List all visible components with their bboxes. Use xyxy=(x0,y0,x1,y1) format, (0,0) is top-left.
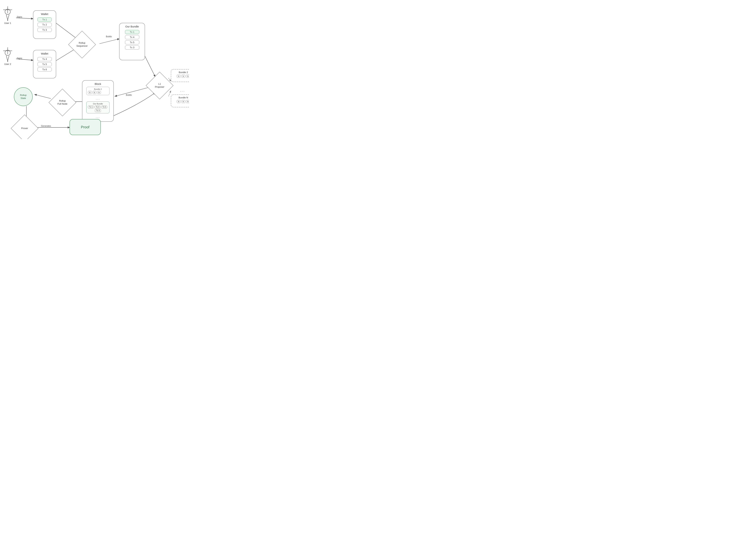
user2-arms xyxy=(3,51,12,51)
bundle2-side-txrow: tx tx tx xyxy=(177,75,189,78)
diagram: User 1 User 2 Signs Signs Wallet Tx 1 Tx… xyxy=(0,0,189,139)
user1-legs xyxy=(6,14,9,21)
builds-top-label: Builds xyxy=(106,35,112,38)
svg-line-4 xyxy=(100,39,119,44)
block-dots2: ... xyxy=(96,115,100,119)
block-bundle2-tx1: tx xyxy=(88,91,92,94)
bundleN-side-tx3: tx xyxy=(186,100,189,103)
prover-label: Prover xyxy=(21,127,28,130)
bundleN-side-tx2: tx xyxy=(181,100,185,103)
block-our-bundle-tx4: Tx 4 xyxy=(94,106,101,109)
wallet2-title: Wallet xyxy=(41,52,48,55)
signs1-label: Signs xyxy=(17,16,22,18)
user2-leg-right xyxy=(7,56,9,62)
user2-label: User 2 xyxy=(4,63,11,65)
bundleN-side-box: Bundle N tx tx tx xyxy=(171,94,189,107)
user1-figure: User 1 xyxy=(3,9,12,24)
bundleN-side-title: Bundle N xyxy=(178,96,188,99)
block-bundle2: Bundle 2 tx tx tx xyxy=(86,87,110,95)
builds-bottom-label: Builds xyxy=(126,94,132,96)
rollup-state-label: RollupState xyxy=(20,94,27,100)
block-title: Block xyxy=(95,82,101,85)
block-our-bundle-txrow2: Tx 3 xyxy=(88,109,108,112)
block-bundle2-title: Bundle 2 xyxy=(88,88,108,90)
bundle2-side-tx3: tx xyxy=(186,75,189,78)
rollup-state-circle: RollupState xyxy=(14,87,33,106)
user1-label: User 1 xyxy=(4,22,11,24)
prover-wrap: Prover xyxy=(14,118,35,139)
l1-proposer-label: L1Proposer xyxy=(155,83,164,89)
our-bundle-tx3: Tx 3 xyxy=(125,46,139,50)
wallet1-tx3: Tx 3 xyxy=(37,28,52,32)
wallet1-tx2: Tx 2 xyxy=(37,23,52,27)
svg-line-6 xyxy=(115,86,152,96)
wallet2-tx6: Tx 6 xyxy=(37,67,52,71)
svg-line-8 xyxy=(35,94,51,98)
side-dots: ... xyxy=(180,88,185,93)
block-our-bundle-title: Our Bundle xyxy=(88,102,108,105)
block-box: Block Bundle 2 tx tx tx ... Our Bundle T… xyxy=(82,80,114,122)
proof-box: Proof xyxy=(69,119,101,135)
rollup-full-node-label: RollupFull Node xyxy=(57,99,67,106)
block-our-bundle: Our Bundle Tx 1 Tx 4 Tx 5 Tx 3 xyxy=(86,101,110,113)
our-bundle-tx4: Tx 4 xyxy=(125,35,139,39)
bundleN-side-txrow: tx tx tx xyxy=(177,100,189,103)
wallet2-tx5: Tx 5 xyxy=(37,62,52,66)
block-our-bundle-txrow1: Tx 1 Tx 4 Tx 5 xyxy=(88,106,108,109)
our-bundle-tx1: Tx 1 xyxy=(125,30,139,34)
block-our-bundle-tx1: Tx 1 xyxy=(88,106,94,109)
user2-legs xyxy=(6,56,9,62)
our-bundle-box: Our Bundle Tx 1 Tx 4 Tx 5 Tx 3 xyxy=(119,23,145,60)
generates-label: Generates xyxy=(41,125,51,127)
block-bundle2-tx3: tx xyxy=(97,91,101,94)
wallet2-tx4: Tx 4 xyxy=(37,57,52,61)
block-our-bundle-tx3: Tx 3 xyxy=(95,109,101,112)
block-bundle2-tx2: tx xyxy=(92,91,96,94)
bundle2-side-tx2: tx xyxy=(181,75,185,78)
l1-proposer-wrap: L1Proposer xyxy=(148,74,171,97)
user2-figure: User 2 xyxy=(3,50,12,65)
block-our-bundle-tx5: Tx 5 xyxy=(101,106,107,109)
wallet2-box: Wallet Tx 4 Tx 5 Tx 6 xyxy=(33,50,56,79)
our-bundle-tx5: Tx 5 xyxy=(125,40,139,45)
wallet1-box: Wallet Tx 1 Tx 2 Tx 3 xyxy=(33,10,56,39)
signs2-label: Signs xyxy=(17,57,22,60)
wallet1-tx1: Tx 1 xyxy=(37,18,52,22)
user1-arms xyxy=(3,10,12,10)
bundle2-side-tx1: tx xyxy=(177,75,181,78)
block-bundle2-txrow: tx tx tx xyxy=(88,91,108,94)
block-dots1: ... xyxy=(96,97,100,101)
svg-line-5 xyxy=(144,55,155,77)
bundleN-side-tx1: tx xyxy=(177,100,181,103)
proof-label: Proof xyxy=(81,125,89,129)
rollup-sequencer-wrap: RollupSequencer xyxy=(69,32,94,57)
rollup-full-node-wrap: RollupFull Node xyxy=(51,91,74,114)
our-bundle-title: Our Bundle xyxy=(125,25,139,28)
wallet1-title: Wallet xyxy=(41,12,48,16)
rollup-sequencer-label: RollupSequencer xyxy=(77,41,88,48)
user1-leg-right xyxy=(7,14,9,21)
bundle2-side-box: Bundle 2 tx tx tx xyxy=(171,69,189,82)
bundle2-side-title: Bundle 2 xyxy=(179,71,188,74)
